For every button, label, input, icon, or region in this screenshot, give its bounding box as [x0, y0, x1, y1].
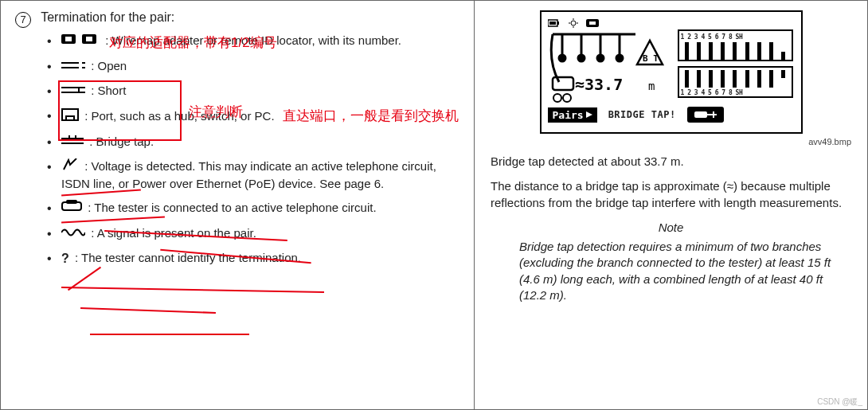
page-frame: 7 Termination for the pair: : Wiremap ad… [0, 0, 868, 410]
svg-text:m: m [648, 80, 655, 92]
pairs-button: Pairs [548, 107, 597, 123]
svg-text:≈33.7: ≈33.7 [575, 75, 623, 94]
image-filename: avv49.bmp [491, 137, 851, 146]
open-icon [61, 59, 85, 75]
conductor-labels-top: 1 2 3 4 5 6 7 8 SH [681, 33, 790, 41]
list-item: : Short [61, 83, 459, 100]
battery-icon [548, 18, 561, 28]
annotation-port: 直达端口，一般是看到交换机 [283, 108, 459, 123]
item-text: : A signal is present on the pair. [91, 226, 256, 240]
adapter-icons [61, 33, 100, 49]
svg-rect-28 [589, 21, 596, 25]
svg-rect-46 [694, 111, 707, 118]
remote-button [687, 107, 724, 123]
item-text: : Open [91, 59, 127, 72]
lcd-top-icons [548, 17, 795, 29]
right-column: B T ≈33.7 m 1 2 3 4 5 6 7 8 SH [475, 1, 867, 409]
list-item: ? : The tester cannot identify the termi… [61, 250, 459, 267]
svg-rect-38 [553, 77, 573, 90]
adapter-mini-icon [586, 18, 600, 28]
body-line-1: Bridge tap detected at about 33.7 m. [491, 153, 851, 170]
list-item: : Port, such as a hub, switch, or PC. 直达… [61, 107, 459, 126]
svg-point-37 [616, 55, 623, 61]
svg-point-31 [559, 55, 565, 61]
unknown-icon: ? [61, 250, 69, 267]
note-body: Bridge tap detection requires a minimum … [519, 239, 840, 303]
svg-point-33 [578, 55, 585, 61]
svg-point-44 [563, 94, 571, 102]
svg-rect-12 [66, 116, 74, 120]
port-icon [61, 108, 79, 125]
body-line-2: The distance to a bridge tap is approxim… [491, 178, 851, 211]
annotation-adapter: 对应的适配器，带有1/2编号 [109, 34, 277, 53]
watermark: CSDN @暖_ [817, 396, 862, 408]
svg-rect-21 [549, 21, 556, 25]
lcd-bottom-row: Pairs BRIDGE TAP! [548, 106, 795, 123]
item-text: : The tester is connected to an active t… [88, 201, 376, 214]
annotation-judge: 注意判断 [189, 103, 243, 121]
list-item: : Open [61, 58, 459, 75]
svg-rect-3 [86, 37, 92, 41]
list-item: : Voltage is detected. This may indicate… [61, 158, 459, 192]
conductor-labels-bottom: 1 2 3 4 5 6 7 8 SH [681, 89, 790, 96]
red-scribble [80, 307, 216, 314]
svg-text:B T: B T [643, 53, 659, 64]
section-heading: 7 Termination for the pair: [15, 10, 459, 26]
list-item: : Wiremap adapter or remote ID locator, … [61, 33, 459, 50]
item-text: : Short [91, 84, 126, 97]
lcd-conductors: 1 2 3 4 5 6 7 8 SH [678, 29, 793, 103]
svg-rect-18 [66, 200, 77, 204]
bridgetap-icon [61, 135, 84, 150]
phone-icon [61, 200, 82, 217]
list-item: : Bridge tap. [61, 134, 459, 150]
red-scribble [61, 287, 324, 293]
left-column: 7 Termination for the pair: : Wiremap ad… [1, 1, 475, 409]
conductor-box-top: 1 2 3 4 5 6 7 8 SH [678, 29, 793, 61]
lcd-wiremap-graphic: B T ≈33.7 m [548, 29, 671, 103]
note-title: Note [491, 221, 851, 234]
item-text: : The tester cannot identify the termina… [75, 251, 301, 264]
signal-icon [61, 226, 85, 242]
lcd-screen: B T ≈33.7 m 1 2 3 4 5 6 7 8 SH [540, 10, 803, 134]
conductor-box-bottom: 1 2 3 4 5 6 7 8 SH [678, 66, 793, 98]
list-item: : The tester is connected to an active t… [61, 200, 459, 217]
svg-point-35 [597, 55, 604, 61]
red-scribble [90, 334, 249, 335]
sun-icon [569, 18, 578, 28]
heading-text: Termination for the pair: [41, 10, 174, 24]
svg-point-43 [553, 94, 561, 102]
svg-marker-45 [586, 111, 592, 118]
item-text: : Port, such as a hub, switch, or PC. [84, 109, 274, 123]
svg-rect-20 [557, 21, 559, 25]
list-item: : A signal is present on the pair. [61, 225, 459, 242]
svg-point-22 [571, 21, 576, 25]
short-icon [61, 84, 85, 100]
bridge-tap-label: BRIDGE TAP! [608, 109, 676, 120]
svg-rect-1 [65, 37, 72, 41]
termination-list: : Wiremap adapter or remote ID locator, … [61, 33, 459, 267]
voltage-icon [61, 158, 79, 175]
red-scribble [68, 267, 101, 291]
item-text: : Voltage is detected. This may indicate… [61, 159, 436, 190]
section-number: 7 [15, 12, 31, 28]
item-text: : Bridge tap. [89, 135, 154, 148]
